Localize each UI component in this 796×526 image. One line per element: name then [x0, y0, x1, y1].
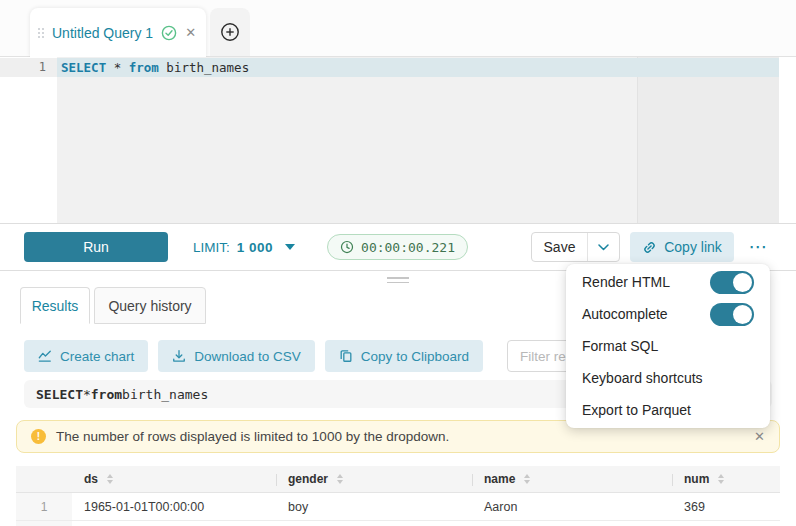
sql-keyword: from — [129, 60, 159, 75]
column-header-label: num — [684, 472, 709, 486]
copy-icon — [339, 349, 353, 363]
sort-icon — [337, 474, 343, 484]
cell-gender — [276, 521, 472, 526]
timer-value: 00:00:00.221 — [361, 240, 455, 255]
autocomplete-toggle[interactable] — [710, 303, 754, 326]
sql-keyword: from — [91, 387, 122, 402]
limit-label: LIMIT: — [193, 240, 230, 255]
column-header-num[interactable]: num — [672, 466, 780, 493]
row-number-cell: 1 — [16, 493, 72, 520]
close-tab-icon[interactable]: ✕ — [185, 26, 196, 39]
menu-item-export-parquet[interactable]: Export to Parquet — [566, 394, 770, 426]
download-csv-button[interactable]: Download to CSV — [158, 340, 315, 372]
column-header-label: name — [484, 472, 515, 486]
query-tab-bar: Untitled Query 1 ✕ — [0, 0, 796, 57]
download-csv-label: Download to CSV — [194, 349, 301, 364]
run-button[interactable]: Run — [24, 232, 168, 262]
sql-code-line: SELECT * from birth_names — [61, 58, 249, 77]
warning-text: The number of rows displayed is limited … — [56, 429, 744, 444]
column-header-label: gender — [288, 472, 328, 486]
sql-toolbar: Run LIMIT: 1 000 00:00:00.221 Save — [0, 223, 796, 270]
download-icon — [172, 349, 186, 363]
more-menu-button[interactable]: ⋯ — [744, 232, 772, 262]
chevron-down-icon — [598, 244, 609, 251]
row-number-header — [16, 466, 72, 493]
plus-circle-icon — [220, 22, 240, 42]
new-query-tab-button[interactable] — [210, 8, 250, 56]
cell-num: 369 — [672, 493, 780, 520]
copy-link-label: Copy link — [664, 239, 722, 255]
sql-keyword: SELECT — [61, 60, 106, 75]
sql-keyword: SELECT — [36, 387, 83, 402]
results-table: ds gender name num 1 1965-01-01T00:00:00… — [16, 466, 780, 526]
query-success-check-icon — [161, 25, 177, 41]
render-html-toggle[interactable] — [710, 271, 754, 294]
menu-item-autocomplete[interactable]: Autocomplete — [566, 298, 770, 330]
copy-clipboard-button[interactable]: Copy to Clipboard — [325, 340, 483, 372]
warning-icon: ! — [31, 429, 46, 444]
cell-ds: 1965-01-01T00:00:00 — [72, 493, 276, 520]
sql-table-name: birth_names — [122, 387, 208, 402]
line-number: 1 — [0, 58, 57, 77]
table-header-row: ds gender name num — [16, 466, 780, 493]
row-number-cell — [16, 521, 72, 526]
dismiss-warning-icon[interactable]: ✕ — [754, 430, 765, 443]
query-tab-label: Untitled Query 1 — [52, 25, 153, 41]
more-options-menu: Render HTML Autocomplete Format SQL Keyb… — [566, 264, 770, 428]
save-button[interactable]: Save — [532, 233, 587, 261]
chevron-down-icon — [285, 244, 295, 250]
cell-name: Aaron — [472, 493, 672, 520]
chart-icon — [38, 349, 52, 363]
tab-query-history[interactable]: Query history — [94, 287, 206, 324]
table-row-partial — [16, 521, 780, 526]
resize-handle[interactable] — [387, 277, 409, 286]
column-header-label: ds — [84, 472, 98, 486]
menu-item-label: Format SQL — [582, 338, 658, 354]
query-tab[interactable]: Untitled Query 1 ✕ — [30, 8, 206, 57]
sql-lab-app: Untitled Query 1 ✕ SELECT * from birth_n… — [0, 0, 796, 526]
cell-ds — [72, 521, 276, 526]
drag-handle-icon[interactable] — [38, 28, 44, 38]
print-margin-shade — [637, 57, 779, 223]
sort-icon — [524, 474, 530, 484]
editor-gutter: 1 — [0, 57, 57, 223]
menu-item-label: Autocomplete — [582, 306, 668, 322]
save-split-button: Save — [531, 232, 620, 262]
menu-item-label: Render HTML — [582, 274, 670, 290]
sort-icon — [718, 474, 724, 484]
limit-dropdown[interactable]: LIMIT: 1 000 — [193, 240, 295, 255]
copy-clipboard-label: Copy to Clipboard — [361, 349, 469, 364]
copy-link-button[interactable]: Copy link — [630, 232, 734, 262]
sql-editor-content[interactable]: SELECT * from birth_names — [57, 57, 779, 223]
sql-operator: * — [83, 387, 91, 402]
sql-table-name: birth_names — [159, 60, 249, 75]
query-timer-badge: 00:00:00.221 — [327, 234, 468, 260]
limit-value: 1 000 — [237, 240, 273, 255]
save-dropdown-button[interactable] — [587, 233, 619, 261]
menu-item-label: Export to Parquet — [582, 402, 691, 418]
create-chart-button[interactable]: Create chart — [24, 340, 148, 372]
sort-icon — [107, 474, 113, 484]
menu-item-keyboard-shortcuts[interactable]: Keyboard shortcuts — [566, 362, 770, 394]
cell-num — [672, 521, 780, 526]
column-header-name[interactable]: name — [472, 466, 672, 493]
column-header-gender[interactable]: gender — [276, 466, 472, 493]
cell-name — [472, 521, 672, 526]
create-chart-label: Create chart — [60, 349, 134, 364]
sql-operator: * — [106, 60, 129, 75]
link-icon — [642, 240, 657, 255]
column-header-ds[interactable]: ds — [72, 466, 276, 493]
tab-results[interactable]: Results — [20, 287, 90, 324]
clock-icon — [340, 240, 354, 254]
cell-gender: boy — [276, 493, 472, 520]
menu-item-render-html[interactable]: Render HTML — [566, 266, 770, 298]
print-margin-line — [637, 57, 638, 223]
sql-editor[interactable]: SELECT * from birth_names 1 — [0, 57, 796, 223]
menu-item-label: Keyboard shortcuts — [582, 370, 703, 386]
table-row: 1 1965-01-01T00:00:00 boy Aaron 369 — [16, 493, 780, 521]
menu-item-format-sql[interactable]: Format SQL — [566, 330, 770, 362]
